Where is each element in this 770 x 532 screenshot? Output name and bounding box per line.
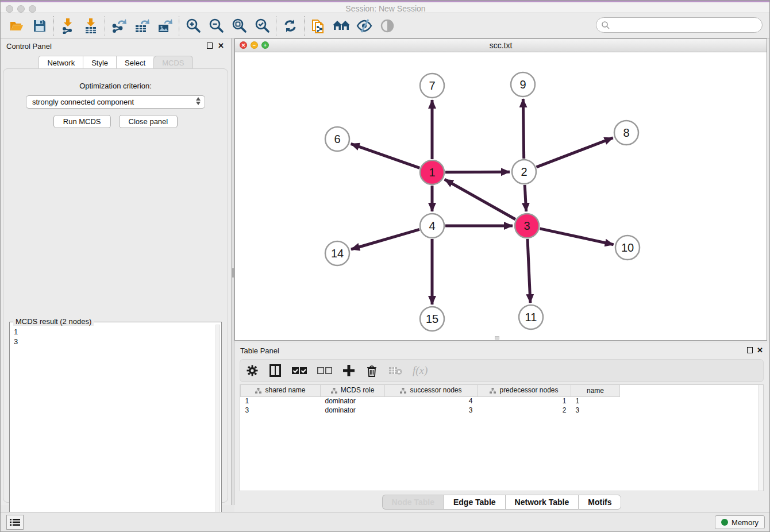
application-window: Session: New Session <box>0 0 770 532</box>
float-panel-icon[interactable] <box>207 43 213 49</box>
deselect-checks-icon[interactable] <box>317 364 332 377</box>
graph-edges <box>351 99 614 304</box>
graph-node-label-3: 3 <box>523 219 530 232</box>
graph-edge-1-2[interactable] <box>445 172 510 172</box>
column-header-name[interactable]: name <box>571 385 620 396</box>
table-float-icon[interactable] <box>747 347 753 353</box>
export-table-icon[interactable] <box>130 16 153 36</box>
tab-network-table[interactable]: Network Table <box>505 495 579 510</box>
graph-edge-2-9[interactable] <box>523 99 523 159</box>
home-networks-icon[interactable] <box>330 16 353 36</box>
import-network-icon[interactable] <box>56 16 79 36</box>
statusbar: Memory <box>1 512 770 531</box>
zoom-selected-icon[interactable] <box>251 16 274 36</box>
select-all-checks-icon[interactable] <box>292 364 307 377</box>
search-input[interactable] <box>610 19 762 32</box>
network-window: ✕ − + scc.txt 7968124314101511 <box>234 38 767 341</box>
graph-edge-4-14[interactable] <box>351 229 419 249</box>
show-hide-eye-icon[interactable] <box>376 16 399 36</box>
close-panel-button[interactable]: Close panel <box>119 115 178 128</box>
memory-status-icon <box>721 519 728 526</box>
function-builder-icon[interactable]: f(x) <box>413 364 428 377</box>
column-header-mcds-role[interactable]: MCDS role <box>321 385 385 396</box>
duplicate-network-icon[interactable] <box>307 16 330 36</box>
hierarchy-icon <box>331 387 337 395</box>
window-title: Session: New Session <box>1 4 770 13</box>
optimization-criterion-value: strongly connected component <box>32 98 134 106</box>
search-icon <box>601 21 610 30</box>
graph-node-label-11: 11 <box>525 311 537 323</box>
graph-edge-2-3[interactable] <box>525 185 526 211</box>
optimization-criterion-select[interactable]: strongly connected component <box>26 95 205 109</box>
memory-label: Memory <box>732 518 759 527</box>
mcds-result-box: MCDS result (2 nodes) 1 3 <box>9 322 222 532</box>
table-tabs: Node Table Edge Table Network Table Moti… <box>234 495 769 510</box>
mcds-result-text[interactable]: 1 3 <box>10 325 214 532</box>
titlebar: Session: New Session <box>1 1 770 13</box>
table-row[interactable]: 3 dominator 3 2 3 <box>241 406 620 415</box>
export-image-icon[interactable] <box>153 16 176 36</box>
graph-edge-2-8[interactable] <box>536 138 613 167</box>
add-column-icon[interactable] <box>342 364 355 377</box>
delete-trash-icon[interactable] <box>365 364 378 377</box>
table-header-row: shared name MCDS role successor nodes pr… <box>241 385 620 396</box>
graph-node-label-1: 1 <box>429 166 435 179</box>
graph-node-label-4: 4 <box>429 219 435 232</box>
tab-motifs[interactable]: Motifs <box>578 495 621 510</box>
graph-node-label-7: 7 <box>429 79 435 92</box>
graph-node-label-10: 10 <box>621 241 634 254</box>
result-scrollbar[interactable] <box>215 325 220 532</box>
task-history-button[interactable] <box>6 515 24 530</box>
split-columns-icon[interactable] <box>269 364 282 377</box>
select-stepper-icon <box>196 97 201 105</box>
node-table-grid: shared name MCDS role successor nodes pr… <box>240 385 620 415</box>
refresh-icon[interactable] <box>279 16 302 36</box>
zoom-out-icon[interactable] <box>205 16 228 36</box>
zoom-fit-icon[interactable] <box>228 16 251 36</box>
graph-edge-3-1[interactable] <box>445 179 515 219</box>
close-panel-icon[interactable]: ✕ <box>218 41 224 50</box>
tab-node-table[interactable]: Node Table <box>382 495 444 510</box>
graph-node-label-2: 2 <box>521 165 527 178</box>
main-toolbar <box>1 13 770 38</box>
table-scrollbar[interactable] <box>758 385 763 491</box>
network-resize-grip[interactable] <box>495 336 499 340</box>
column-header-shared-name[interactable]: shared name <box>241 385 321 396</box>
optimization-criterion-label: Optimization criterion: <box>3 82 228 90</box>
network-title: scc.txt <box>235 41 767 50</box>
table-panel-title: Table Panel <box>240 346 279 355</box>
graph-node-label-15: 15 <box>426 313 438 325</box>
divider-grip[interactable] <box>232 268 234 277</box>
export-network-icon[interactable] <box>107 16 130 36</box>
table-toolbar: f(x) <box>240 359 764 382</box>
run-mcds-button[interactable]: Run MCDS <box>53 115 111 128</box>
graph-svg: 7968124314101511 <box>235 52 767 340</box>
graph-node-label-6: 6 <box>334 133 340 145</box>
tab-edge-table[interactable]: Edge Table <box>444 495 505 510</box>
delete-table-icon[interactable] <box>388 364 402 377</box>
graph-edge-3-11[interactable] <box>528 239 530 303</box>
hierarchy-icon <box>255 387 261 395</box>
hierarchy-icon <box>490 387 496 395</box>
hierarchy-icon <box>400 387 406 395</box>
control-panel: Control Panel ✕ Network Style Select MCD… <box>1 38 231 505</box>
table-row[interactable]: 1 dominator 4 1 1 <box>241 396 620 406</box>
style-preview-icon[interactable] <box>353 16 376 36</box>
network-window-titlebar: ✕ − + scc.txt <box>235 39 767 52</box>
mcds-panel: Optimization criterion: strongly connect… <box>3 68 228 503</box>
network-canvas[interactable]: 7968124314101511 <box>235 52 767 340</box>
column-header-successor-nodes[interactable]: successor nodes <box>385 385 478 396</box>
table-close-icon[interactable]: ✕ <box>757 346 763 354</box>
search-field[interactable] <box>596 17 763 33</box>
graph-edge-3-10[interactable] <box>540 229 613 245</box>
zoom-in-icon[interactable] <box>182 16 205 36</box>
memory-button[interactable]: Memory <box>715 515 765 529</box>
graph-edge-1-6[interactable] <box>351 144 420 168</box>
save-icon[interactable] <box>28 16 51 36</box>
node-table: shared name MCDS role successor nodes pr… <box>240 384 764 491</box>
gear-icon[interactable] <box>246 364 259 377</box>
import-table-icon[interactable] <box>79 16 102 36</box>
column-header-predecessor-nodes[interactable]: predecessor nodes <box>478 385 571 396</box>
open-folder-icon[interactable] <box>5 16 28 36</box>
table-panel: Table Panel ✕ <box>234 343 769 512</box>
